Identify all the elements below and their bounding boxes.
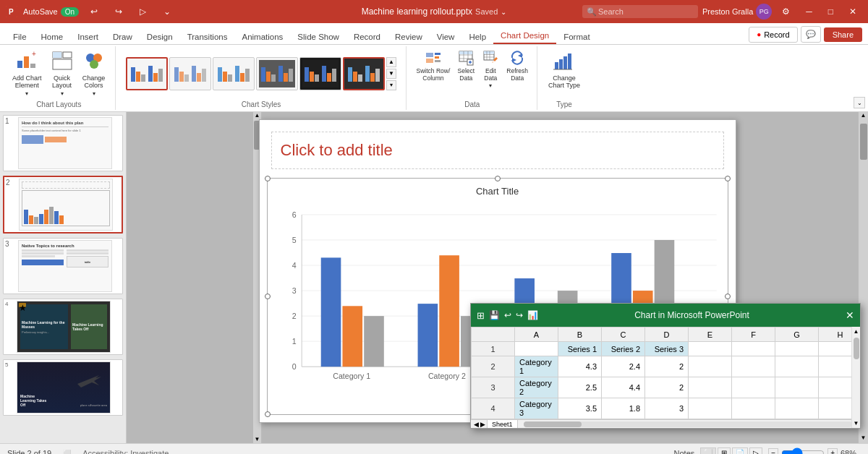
cell-2g[interactable] [775, 356, 819, 377]
tab-format[interactable]: Format [556, 30, 597, 44]
editor-scroll-down[interactable]: ▼ [859, 434, 868, 443]
slide-thumb-3[interactable]: 3 Native Topics to research [3, 238, 123, 294]
tab-review[interactable]: Review [388, 30, 430, 44]
cell-3g[interactable] [775, 377, 819, 398]
slide-panel[interactable]: 1 How do I think about this plan Some pl… [0, 112, 127, 443]
vscroll-down[interactable]: ▼ [854, 420, 859, 427]
tab-insert[interactable]: Insert [70, 30, 106, 44]
spreadsheet-hscrollbar[interactable]: ◀ ▶ Sheet1 ▶ [471, 419, 860, 428]
cell-1e[interactable] [689, 342, 732, 356]
col-header-f[interactable]: F [732, 327, 775, 342]
scroll-down-button[interactable]: ▼ [254, 436, 261, 443]
cell-4g[interactable] [775, 398, 819, 419]
vscroll-up[interactable]: ▲ [854, 328, 859, 335]
cell-1d[interactable]: Series 3 [645, 342, 689, 356]
quick-layout-button[interactable]: QuickLayout ▾ [47, 48, 77, 99]
tab-slideshow[interactable]: Slide Show [290, 30, 346, 44]
cell-1a[interactable] [515, 342, 558, 356]
switch-row-column-button[interactable]: Switch Row/Column [414, 48, 454, 83]
slide-thumb-1[interactable]: 1 How do I think about this plan Some pl… [3, 115, 123, 171]
settings-icon[interactable]: ⚙ [776, 0, 796, 23]
cell-2c[interactable]: 2.4 [602, 356, 645, 377]
editor-scroll-up[interactable]: ▲ [859, 112, 868, 121]
zoom-slider[interactable] [781, 447, 825, 455]
slide-thumb-2[interactable]: 2 [3, 176, 123, 234]
scroll-up-button[interactable]: ▲ [254, 112, 261, 119]
cell-4b[interactable]: 3.5 [558, 398, 602, 419]
handle-ml[interactable] [265, 294, 271, 299]
cell-4f[interactable] [732, 398, 775, 419]
tab-help[interactable]: Help [461, 30, 493, 44]
sheet1-tab[interactable]: Sheet1 [487, 419, 518, 429]
ss-redo-icon[interactable]: ↪ [516, 310, 523, 320]
change-chart-type-button[interactable]: ChangeChart Type [545, 48, 584, 91]
handle-tr[interactable] [725, 176, 731, 181]
share-button[interactable]: Share [824, 27, 862, 42]
tab-chart-design[interactable]: Chart Design [493, 28, 556, 44]
chart-style-2[interactable] [169, 57, 211, 90]
minimize-button[interactable]: ─ [800, 0, 818, 23]
slide-thumb-5[interactable]: 5 Machine Learning Takes Off plane silho… [3, 359, 123, 416]
cell-2f[interactable] [732, 356, 775, 377]
gallery-expand-button[interactable]: ▾ [386, 80, 396, 90]
title-placeholder[interactable]: Click to add title [271, 132, 724, 169]
change-colors-button[interactable]: ChangeColors ▾ [79, 48, 109, 99]
zoom-level[interactable]: 68% [841, 449, 861, 455]
cell-2e[interactable] [689, 356, 732, 377]
comment-button[interactable]: 💬 [801, 26, 821, 43]
cell-1f[interactable] [732, 342, 775, 356]
zoom-out-button[interactable]: − [768, 448, 778, 454]
handle-bl[interactable] [265, 411, 271, 417]
slideshow-button[interactable]: ▷ [749, 447, 762, 454]
col-header-d[interactable]: D [645, 327, 689, 342]
cell-1c[interactable]: Series 2 [602, 342, 645, 356]
more-tools-button[interactable]: ⌄ [158, 0, 176, 23]
slide-thumb-4[interactable]: 4 Machine Learning for the Masses Prelim… [3, 299, 123, 355]
nav-left-icon[interactable]: ◀ [474, 421, 479, 428]
ss-chart-icon[interactable]: 📊 [527, 310, 538, 320]
cell-3b[interactable]: 2.5 [558, 377, 602, 398]
hscroll-thumb[interactable] [524, 421, 582, 427]
expand-ribbon-button[interactable]: ⌄ [854, 97, 865, 108]
chart-title[interactable]: Chart Title [275, 186, 720, 197]
cell-3c[interactable]: 4.4 [602, 377, 645, 398]
tab-design[interactable]: Design [140, 30, 180, 44]
cell-3e[interactable] [689, 377, 732, 398]
chart-style-1[interactable] [126, 57, 168, 90]
cell-2d[interactable]: 2 [645, 356, 689, 377]
cell-3a[interactable]: Category 2 [515, 377, 558, 398]
tab-transitions[interactable]: Transitions [180, 30, 235, 44]
select-data-button[interactable]: SelectData [454, 48, 477, 83]
autosave-toggle[interactable]: On [61, 7, 79, 17]
edit-data-button[interactable]: EditData ▾ [479, 48, 502, 90]
col-header-g[interactable]: G [775, 327, 819, 342]
cell-3f[interactable] [732, 377, 775, 398]
nav-right-icon[interactable]: ▶ [480, 421, 485, 428]
spreadsheet-close-button[interactable]: ✕ [846, 309, 854, 321]
tab-record[interactable]: Record [346, 30, 388, 44]
record-button[interactable]: ● Record [749, 27, 798, 43]
present-button[interactable]: ▷ [134, 0, 152, 23]
refresh-data-button[interactable]: RefreshData [503, 48, 531, 83]
normal-view-button[interactable]: ⬜ [700, 447, 716, 454]
tab-view[interactable]: View [430, 30, 462, 44]
spreadsheet-vscrollbar[interactable]: ▲ ▼ [851, 327, 860, 428]
cell-3d[interactable]: 2 [645, 377, 689, 398]
cell-4c[interactable]: 1.8 [602, 398, 645, 419]
undo-button[interactable]: ↩ [85, 0, 103, 23]
col-header-e[interactable]: E [689, 327, 732, 342]
chart-style-5[interactable] [299, 57, 341, 90]
col-header-b[interactable]: B [558, 327, 602, 342]
cell-2a[interactable]: Category 1 [515, 356, 558, 377]
search-input[interactable] [582, 5, 698, 18]
redo-button[interactable]: ↪ [109, 0, 128, 23]
cell-4a[interactable]: Category 3 [515, 398, 558, 419]
maximize-button[interactable]: □ [822, 0, 839, 23]
vscroll-thumb[interactable] [854, 338, 859, 359]
chart-style-6[interactable] [343, 57, 385, 90]
gallery-down-button[interactable]: ▼ [386, 69, 396, 79]
tab-animations[interactable]: Animations [234, 30, 290, 44]
col-header-a[interactable]: A [515, 327, 558, 342]
accessibility-status[interactable]: Accessibility: Investigate [82, 449, 169, 455]
ss-undo-icon[interactable]: ↩ [504, 310, 511, 320]
